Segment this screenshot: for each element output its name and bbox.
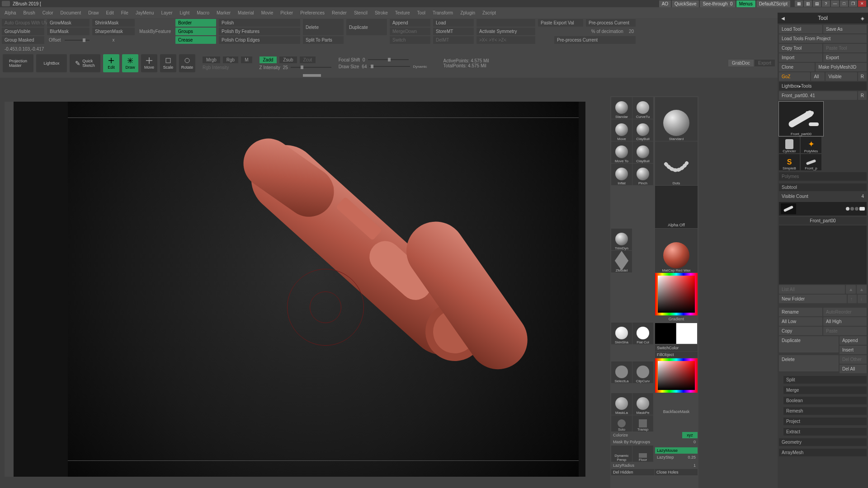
menu-alpha[interactable]: Alpha: [5, 10, 16, 15]
listall-button[interactable]: List All: [779, 285, 845, 294]
allhigh-button[interactable]: All High: [823, 317, 867, 326]
blurmask-button[interactable]: BlurMask: [47, 28, 90, 35]
duplicate-button[interactable]: Duplicate: [346, 19, 387, 35]
colorize-button[interactable]: Colorize: [611, 432, 682, 438]
insert-button[interactable]: Insert: [840, 346, 867, 354]
restore-icon[interactable]: ❐: [849, 0, 857, 7]
preprocess2-button[interactable]: Pre-process Current: [554, 36, 636, 44]
newfolder-button[interactable]: New Folder: [779, 295, 847, 303]
brush-claybuildup2[interactable]: ClayBuil: [632, 141, 653, 163]
dynamic-button[interactable]: DynamicPersp: [611, 446, 632, 462]
menu-edit[interactable]: Edit: [106, 10, 114, 15]
menu-transform[interactable]: Transform: [433, 10, 453, 15]
mergedown-button[interactable]: MergeDown: [390, 28, 430, 35]
sym-xyz[interactable]: >X< >Y< >Z<: [476, 36, 535, 44]
lightbox-tools[interactable]: Lightbox▸Tools: [779, 82, 867, 90]
move-mode-button[interactable]: Move: [141, 54, 157, 72]
gradient-button[interactable]: Gradient: [655, 316, 698, 322]
goz-r-button[interactable]: R: [858, 72, 867, 81]
goz-all-button[interactable]: All: [811, 72, 825, 81]
default-zscript-button[interactable]: DefaultZScript: [756, 0, 790, 7]
brush-clipcurve[interactable]: ClipCurv: [632, 361, 653, 383]
growmask-button[interactable]: GrowMask: [47, 19, 90, 27]
delmt-button[interactable]: DelMT: [433, 36, 474, 44]
menu-texture[interactable]: Texture: [395, 10, 410, 15]
swatch-black[interactable]: [655, 323, 676, 344]
export-button[interactable]: Export: [823, 53, 867, 62]
menu-document[interactable]: Document: [61, 10, 81, 15]
menu-light[interactable]: Light: [179, 10, 189, 15]
xyz-button[interactable]: xyz: [682, 432, 698, 438]
mat-skinshade[interactable]: SkinSha: [611, 323, 632, 344]
backfacemask-button[interactable]: BackfaceMask: [655, 408, 698, 415]
autoreorder-button[interactable]: AutoReorder: [823, 308, 867, 316]
subtool-header[interactable]: Subtool: [779, 183, 867, 191]
clone-button[interactable]: Clone: [779, 63, 815, 71]
crease-button[interactable]: Crease: [175, 36, 216, 44]
floor-button[interactable]: Floor: [632, 446, 653, 462]
append-button[interactable]: Append: [390, 19, 430, 27]
quicksave-button[interactable]: QuickSave: [672, 0, 699, 7]
import-button[interactable]: Import: [779, 53, 822, 62]
menu-picker[interactable]: Picker: [280, 10, 293, 15]
load-button[interactable]: Load: [433, 19, 474, 27]
subtool-item[interactable]: [779, 202, 867, 216]
menu-material[interactable]: Material: [238, 10, 254, 15]
activatesymmetry-button[interactable]: Activate Symmetry: [476, 28, 535, 35]
menu-draw[interactable]: Draw: [88, 10, 99, 15]
maximize-icon[interactable]: □: [840, 0, 848, 7]
closeholes-button[interactable]: Close Holes: [655, 469, 698, 475]
rgb-button[interactable]: Rgb: [223, 56, 238, 63]
groupmasked-button[interactable]: Group Masked: [2, 36, 44, 44]
layout-icon[interactable]: ▦: [795, 0, 803, 7]
brush-curvetube[interactable]: CurveTu: [632, 97, 653, 119]
menu-zscript[interactable]: Zscript: [482, 10, 496, 15]
delete-button[interactable]: Delete: [303, 19, 344, 35]
delete-sub-button[interactable]: Delete: [779, 355, 839, 371]
saveas-button[interactable]: Save As: [823, 25, 867, 33]
groups-button[interactable]: Groups: [175, 28, 216, 35]
horizontal-scroll[interactable]: [0, 73, 868, 78]
polishcrisp-button[interactable]: Polish Crisp Edges: [219, 36, 300, 44]
brush-move[interactable]: Move: [611, 119, 632, 141]
tool-thumb-active[interactable]: Front_part00: [779, 102, 823, 136]
goz-visible-button[interactable]: Visible: [826, 72, 857, 81]
projection-master-button[interactable]: Projection Master: [3, 54, 33, 72]
m-button[interactable]: M: [241, 56, 252, 63]
brush-maskpen[interactable]: MaskPe: [632, 393, 653, 415]
delall-button[interactable]: Del All: [840, 365, 867, 373]
loadtool-button[interactable]: Load Tool: [779, 25, 822, 33]
brush-selectlasso[interactable]: SelectLa: [611, 361, 632, 383]
menu-stroke[interactable]: Stroke: [375, 10, 388, 15]
copytool-button[interactable]: Copy Tool: [779, 44, 822, 52]
zcut-button[interactable]: Zcut: [300, 56, 316, 63]
menu-color[interactable]: Color: [42, 10, 53, 15]
help-icon[interactable]: ?: [822, 0, 830, 7]
current-material[interactable]: MatCap Red Wax: [655, 229, 698, 272]
menu-zplugin[interactable]: Zplugin: [460, 10, 475, 15]
sharpenmask-button[interactable]: SharpenMask: [92, 28, 135, 35]
rotate-mode-button[interactable]: Rotate: [179, 54, 195, 72]
geometry-section[interactable]: Geometry: [779, 438, 867, 446]
edit-mode-button[interactable]: Edit: [103, 54, 119, 72]
extract-section[interactable]: Extract: [783, 428, 867, 436]
scale-mode-button[interactable]: Scale: [160, 54, 176, 72]
menu-preferences[interactable]: Preferences: [300, 10, 325, 15]
delother-button[interactable]: Del Other: [840, 355, 867, 364]
preprocess-button[interactable]: Pre-process Current: [586, 19, 636, 27]
split-section[interactable]: Split: [783, 376, 867, 384]
pasteexport-button[interactable]: Paste Export Val: [538, 19, 583, 27]
grabdoc-button[interactable]: GrabDoc: [728, 60, 754, 66]
draw-mode-button[interactable]: Draw: [122, 54, 138, 72]
minimize-icon[interactable]: —: [831, 0, 839, 7]
quicksketch-button[interactable]: ✎Quick Sketch: [70, 54, 100, 72]
brush-claybuildup[interactable]: ClayBuil: [632, 119, 653, 141]
makepolymesh-button[interactable]: Make PolyMesh3D: [816, 63, 867, 71]
menu-file[interactable]: File: [121, 10, 128, 15]
menu-tool[interactable]: Tool: [417, 10, 425, 15]
remesh-section[interactable]: Remesh: [783, 407, 867, 415]
alpha-slot[interactable]: Alpha Off: [655, 186, 698, 228]
current-stroke[interactable]: Dots: [655, 141, 698, 185]
menu-layer[interactable]: Layer: [161, 10, 172, 15]
toolname-field[interactable]: Front_part00. 41: [779, 91, 857, 100]
